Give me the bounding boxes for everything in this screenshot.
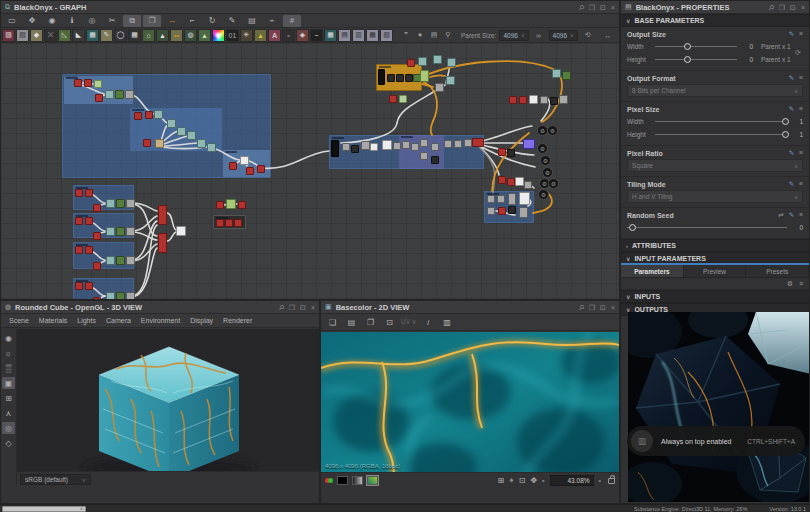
- graph-node[interactable]: [444, 140, 452, 148]
- graph-node[interactable]: [420, 139, 428, 147]
- graph-node[interactable]: [116, 227, 125, 236]
- graph-node[interactable]: [257, 165, 265, 173]
- graph-node[interactable]: [126, 256, 135, 265]
- graph-node[interactable]: [497, 195, 505, 203]
- graph-node[interactable]: [84, 79, 92, 87]
- graph-node[interactable]: [487, 207, 495, 215]
- graph-node[interactable]: [116, 292, 125, 300]
- view3d-side-icon-0[interactable]: ◉: [2, 332, 15, 344]
- graph-node[interactable]: [125, 90, 134, 99]
- view2d-tool-3[interactable]: ⊡: [382, 318, 397, 327]
- menu-materials[interactable]: Materials: [39, 317, 67, 324]
- graph-node[interactable]: [402, 141, 410, 149]
- graph-node[interactable]: [382, 140, 392, 150]
- section-input-parameters[interactable]: ∨ INPUT PARAMETERS: [621, 252, 809, 265]
- view2d-tool-1[interactable]: ▤: [344, 318, 359, 327]
- close-icon[interactable]: ×: [311, 304, 315, 311]
- node-button-19[interactable]: A: [268, 29, 281, 42]
- graph-node[interactable]: [550, 97, 558, 105]
- float-icon[interactable]: ❐: [289, 304, 295, 311]
- information-icon[interactable]: i: [421, 318, 436, 327]
- height-slider[interactable]: [655, 55, 737, 64]
- view3d-viewport[interactable]: ◉☼▒▣⊞⋏◎◇: [1, 329, 319, 487]
- graph-tool-4[interactable]: ◎: [83, 15, 101, 27]
- graph-node[interactable]: [143, 139, 151, 147]
- graph-node[interactable]: [540, 96, 548, 104]
- graph-node[interactable]: [552, 69, 561, 78]
- graph-node[interactable]: [126, 292, 135, 300]
- graph-node[interactable]: [197, 139, 206, 148]
- output-node[interactable]: ⚙: [548, 178, 559, 189]
- graph-node[interactable]: [472, 138, 484, 147]
- graph-tool-3[interactable]: ℹ: [63, 15, 81, 27]
- node-button-12[interactable]: ••: [170, 29, 183, 42]
- graph-node[interactable]: [95, 94, 103, 102]
- graph-node[interactable]: [498, 176, 506, 184]
- width-slider[interactable]: [655, 42, 737, 51]
- node-button-18[interactable]: ▲: [254, 29, 267, 42]
- graph-node[interactable]: [529, 95, 538, 104]
- menu-lights[interactable]: Lights: [77, 317, 96, 324]
- node-button-8[interactable]: ◯: [114, 29, 127, 42]
- view2d-titlebar[interactable]: ▣ Basecolor - 2D VIEW ⚲ ❐ ⊡ ×: [321, 301, 619, 314]
- graph-node[interactable]: [216, 219, 224, 227]
- graph-tool-9[interactable]: ⌐: [183, 15, 201, 27]
- base-color-output-preview[interactable]: [628, 312, 810, 502]
- graph-node[interactable]: [106, 227, 115, 236]
- pin-icon[interactable]: ⚲: [577, 303, 586, 312]
- view3d-side-icon-5[interactable]: ⋏: [2, 407, 15, 419]
- graph-node[interactable]: [75, 246, 83, 254]
- options-icon[interactable]: ≡: [799, 74, 803, 82]
- properties-titlebar[interactable]: ▤ BlackOnyx - PROPERTIES ⚲ ❐ ⊡ ×: [621, 1, 809, 14]
- pixel-ratio-dropdown[interactable]: Square∨: [627, 159, 803, 172]
- view3d-side-icon-1[interactable]: ☼: [2, 347, 15, 359]
- graph-node[interactable]: [105, 90, 114, 99]
- node-button-20[interactable]: ▫: [282, 29, 295, 42]
- background-swatch[interactable]: [337, 476, 348, 485]
- node-button-26[interactable]: ▦: [366, 29, 379, 42]
- graph-node[interactable]: [393, 142, 401, 150]
- tab-presets[interactable]: Presets: [746, 265, 809, 277]
- graph-node[interactable]: [508, 193, 516, 205]
- graph-node[interactable]: [74, 79, 82, 87]
- reset-size-icon[interactable]: ⟲: [581, 29, 595, 41]
- graph-node[interactable]: [351, 145, 359, 153]
- menu-display[interactable]: Display: [190, 317, 213, 324]
- menu-scene[interactable]: Scene: [9, 317, 29, 324]
- graph-node[interactable]: [420, 70, 429, 82]
- graph-node[interactable]: [158, 205, 167, 225]
- color-preview-swatch[interactable]: [367, 476, 378, 485]
- graph-node[interactable]: [396, 74, 404, 82]
- view3d-side-icon-3[interactable]: ▣: [2, 377, 15, 389]
- graph-node[interactable]: [75, 189, 83, 197]
- output-node[interactable]: ⚙: [540, 155, 551, 166]
- graph-node[interactable]: [418, 57, 427, 66]
- node-button-24[interactable]: ▤: [338, 29, 351, 42]
- graph-node[interactable]: [508, 206, 516, 214]
- graph-tool-13[interactable]: ⌁: [263, 15, 281, 27]
- graph-extra-3[interactable]: ⚲: [441, 29, 455, 41]
- float-icon[interactable]: ❐: [589, 304, 595, 311]
- graph-node[interactable]: [562, 71, 571, 80]
- output-node[interactable]: ⚙: [542, 167, 553, 178]
- graph-node[interactable]: [431, 156, 439, 164]
- pin-icon[interactable]: ⚲: [767, 3, 776, 12]
- output-node[interactable]: ⚙: [537, 143, 548, 154]
- graph-node[interactable]: [85, 246, 93, 254]
- view2d-viewport[interactable]: 4096 x 4096 (RGBA, 16bpc) ⊞⌖⊡✥ • 43.08% …: [321, 332, 619, 488]
- graph-node[interactable]: [433, 55, 442, 64]
- tab-parameters[interactable]: Parameters: [621, 265, 684, 277]
- graph-node[interactable]: [134, 112, 142, 120]
- node-button-17[interactable]: ✳: [240, 29, 253, 42]
- graph-node[interactable]: [226, 199, 236, 209]
- node-button-14[interactable]: ▲: [198, 29, 211, 42]
- graph-tool-10[interactable]: ↻: [203, 15, 221, 27]
- close-icon[interactable]: ×: [611, 304, 615, 311]
- graph-node[interactable]: [116, 256, 125, 265]
- node-button-4[interactable]: ◺: [58, 29, 71, 42]
- float-icon[interactable]: ❐: [589, 4, 595, 11]
- graph-tool-8[interactable]: ↔: [163, 15, 181, 27]
- pixel-width-slider[interactable]: [655, 117, 787, 126]
- node-button-25[interactable]: ▥: [352, 29, 365, 42]
- graph-node[interactable]: [116, 199, 125, 208]
